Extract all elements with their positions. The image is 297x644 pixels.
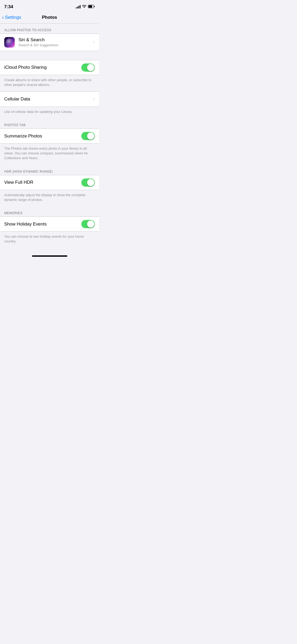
summarize-photos-label: Summarize Photos xyxy=(4,134,42,139)
siri-icon xyxy=(4,37,15,48)
summarize-photos-description: The Photos tab shows every photo in your… xyxy=(0,144,99,165)
show-holiday-events-label: Show Holiday Events xyxy=(4,222,47,227)
nav-bar: ‹ Settings Photos xyxy=(0,12,99,23)
page-title: Photos xyxy=(42,15,57,20)
svg-rect-2 xyxy=(88,5,92,8)
view-full-hdr-toggle[interactable] xyxy=(81,178,95,187)
back-button[interactable]: ‹ Settings xyxy=(2,15,21,20)
siri-search-chevron: › xyxy=(93,39,95,45)
icloud-sharing-label: iCloud Photo Sharing xyxy=(4,65,47,70)
toggle-knob-3 xyxy=(87,179,94,186)
photos-tab-group: Summarize Photos xyxy=(0,128,99,144)
cellular-data-content: Cellular Data xyxy=(4,96,91,102)
cellular-data-group: Cellular Data › xyxy=(0,91,99,107)
toggle-knob-4 xyxy=(87,220,94,228)
view-full-hdr-label: View Full HDR xyxy=(4,180,33,185)
allow-access-header: ALLOW PHOTOS TO ACCESS xyxy=(0,24,99,34)
status-icons xyxy=(76,4,95,9)
wifi-icon xyxy=(82,4,86,9)
siri-search-row[interactable]: Siri & Search Search & Siri Suggestions … xyxy=(0,34,99,51)
svg-rect-1 xyxy=(94,6,95,7)
toggle-knob xyxy=(87,64,94,71)
back-chevron-icon: ‹ xyxy=(2,14,4,20)
spacer-1 xyxy=(0,51,99,60)
icloud-sharing-group: iCloud Photo Sharing xyxy=(0,60,99,75)
cellular-data-row[interactable]: Cellular Data › xyxy=(0,92,99,107)
memories-header: MEMORIES xyxy=(0,206,99,217)
allow-access-group: Siri & Search Search & Siri Suggestions … xyxy=(0,34,99,51)
show-holiday-events-row: Show Holiday Events xyxy=(0,217,99,231)
status-bar: 7:34 xyxy=(0,0,99,12)
show-holiday-events-description: You can choose to see holiday events for… xyxy=(0,232,99,248)
cellular-data-description: Use of cellular data for updating your L… xyxy=(0,107,99,118)
view-full-hdr-description: Automatically adjust the display to show… xyxy=(0,190,99,206)
view-full-hdr-row: View Full HDR xyxy=(0,175,99,190)
icloud-sharing-row: iCloud Photo Sharing xyxy=(0,60,99,75)
siri-search-content: Siri & Search Search & Siri Suggestions xyxy=(18,37,91,47)
back-label: Settings xyxy=(5,15,21,20)
home-indicator xyxy=(0,253,99,259)
toggle-knob-2 xyxy=(87,132,94,140)
cellular-data-chevron: › xyxy=(93,96,95,102)
show-holiday-events-toggle[interactable] xyxy=(81,220,95,228)
icloud-sharing-toggle[interactable] xyxy=(81,63,95,72)
summarize-photos-toggle[interactable] xyxy=(81,132,95,140)
siri-search-title: Siri & Search xyxy=(18,37,91,43)
photos-tab-header: PHOTOS TAB xyxy=(0,118,99,128)
battery-icon xyxy=(88,4,95,9)
status-time: 7:34 xyxy=(4,4,13,10)
cellular-data-label: Cellular Data xyxy=(4,96,91,102)
summarize-photos-row: Summarize Photos xyxy=(0,129,99,143)
memories-group: Show Holiday Events xyxy=(0,217,99,232)
siri-search-subtitle: Search & Siri Suggestions xyxy=(18,43,91,47)
icloud-sharing-description: Create albums to share with other people… xyxy=(0,75,99,91)
hdr-header: HDR (HIGH DYNAMIC RANGE) xyxy=(0,165,99,175)
home-bar xyxy=(32,255,67,257)
hdr-group: View Full HDR xyxy=(0,175,99,190)
signal-icon xyxy=(76,5,81,8)
